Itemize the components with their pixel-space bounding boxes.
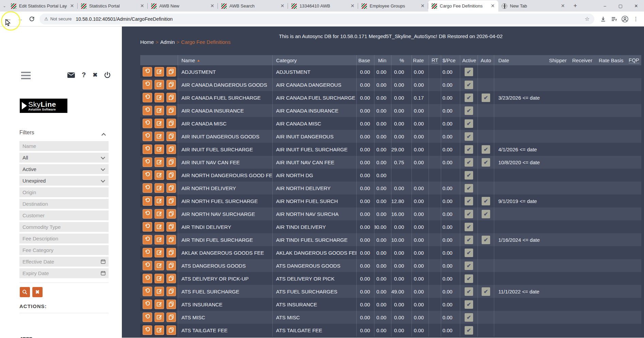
row-copy-button[interactable]: [166, 67, 176, 77]
auto-checkbox[interactable]: ✔: [482, 94, 490, 102]
active-checkbox[interactable]: ✔: [465, 171, 473, 180]
row-copy-button[interactable]: [166, 261, 176, 270]
row-copy-button[interactable]: [166, 157, 176, 167]
row-edit-button[interactable]: [155, 312, 164, 322]
bookmark-star-icon[interactable]: ☆: [585, 16, 590, 22]
active-checkbox[interactable]: ✔: [465, 249, 473, 257]
row-history-button[interactable]: [143, 132, 152, 141]
row-edit-button[interactable]: [155, 325, 164, 335]
tab-close-icon[interactable]: ✕: [490, 3, 496, 9]
row-copy-button[interactable]: [166, 106, 176, 115]
reload-button[interactable]: [26, 13, 37, 25]
browser-menu-button[interactable]: ⋮: [630, 14, 641, 24]
reading-list-button[interactable]: [609, 14, 619, 24]
filter-expiry-date[interactable]: Expiry Date: [19, 268, 109, 278]
column-header-auto[interactable]: Auto: [478, 55, 494, 65]
row-copy-button[interactable]: [166, 325, 176, 335]
browser-tab-new-tab[interactable]: New Tab✕: [498, 0, 568, 12]
row-edit-button[interactable]: [155, 145, 164, 154]
browser-tab-13346410-awb[interactable]: 13346410 AWB✕: [288, 0, 358, 12]
row-edit-button[interactable]: [155, 209, 164, 219]
active-checkbox[interactable]: ✔: [465, 210, 473, 218]
tab-close-icon[interactable]: ✕: [139, 3, 145, 9]
browser-tab-employee-groups[interactable]: Employee Groups✕: [358, 0, 428, 12]
row-edit-button[interactable]: [155, 248, 164, 257]
downloads-button[interactable]: [598, 14, 609, 24]
active-checkbox[interactable]: ✔: [465, 236, 473, 244]
column-header-date[interactable]: Date: [494, 55, 544, 65]
row-history-button[interactable]: [143, 222, 152, 232]
row-history-button[interactable]: [143, 235, 152, 244]
column-header-active[interactable]: Active: [460, 55, 478, 65]
filter-active[interactable]: Active: [19, 164, 109, 174]
row-copy-button[interactable]: [166, 248, 176, 257]
profile-avatar[interactable]: [619, 14, 630, 24]
row-history-button[interactable]: [143, 67, 152, 77]
browser-tab-awb-new[interactable]: AWB New✕: [148, 0, 218, 12]
hamburger-menu-icon[interactable]: [21, 72, 31, 81]
row-copy-button[interactable]: [166, 119, 176, 128]
row-history-button[interactable]: [143, 93, 152, 102]
column-header-base[interactable]: Base: [356, 55, 374, 65]
row-edit-button[interactable]: [155, 119, 164, 128]
row-edit-button[interactable]: [155, 183, 164, 193]
row-edit-button[interactable]: [155, 222, 164, 232]
row-history-button[interactable]: [143, 119, 152, 128]
row-edit-button[interactable]: [155, 196, 164, 206]
row-history-button[interactable]: [143, 183, 152, 193]
tab-close-icon[interactable]: ✕: [279, 3, 285, 9]
auto-checkbox[interactable]: ✔: [482, 145, 490, 154]
window-minimize-button[interactable]: –: [597, 0, 613, 12]
clear-filters-button[interactable]: ✖: [32, 287, 43, 297]
auto-checkbox[interactable]: ✔: [482, 158, 490, 167]
column-header-rt[interactable]: RT: [429, 55, 441, 65]
row-history-button[interactable]: [143, 106, 152, 115]
row-history-button[interactable]: [143, 274, 152, 283]
column-header-min[interactable]: Min: [374, 55, 391, 65]
row-history-button[interactable]: [143, 145, 152, 154]
skyline-logo[interactable]: SkyLine Aviation Software: [20, 99, 67, 113]
active-checkbox[interactable]: ✔: [465, 313, 473, 322]
auto-checkbox[interactable]: ✔: [482, 236, 490, 244]
filter-effective-date[interactable]: Effective Date: [19, 257, 109, 267]
active-checkbox[interactable]: ✔: [465, 94, 473, 102]
tab-search-chevron-icon[interactable]: ⌄: [1, 1, 7, 11]
browser-tab-cargo-fee-definitions[interactable]: Cargo Fee Definitions✕: [428, 0, 498, 12]
filter-all[interactable]: All: [19, 153, 109, 163]
row-copy-button[interactable]: [166, 209, 176, 219]
column-header-name[interactable]: Name▲: [178, 55, 272, 65]
address-bar[interactable]: ⚠ Not secure 10.58.0.102:40501/Admin/Car…: [39, 14, 594, 24]
row-history-button[interactable]: [143, 325, 152, 335]
active-checkbox[interactable]: ✔: [465, 81, 473, 89]
row-copy-button[interactable]: [166, 235, 176, 244]
row-edit-button[interactable]: [155, 93, 164, 102]
row-edit-button[interactable]: [155, 274, 164, 283]
column-header-shipper[interactable]: Shipper: [544, 55, 569, 65]
row-copy-button[interactable]: [166, 170, 176, 180]
row-copy-button[interactable]: [166, 222, 176, 232]
row-copy-button[interactable]: [166, 132, 176, 141]
filter-fee-description[interactable]: Fee Description: [19, 234, 109, 243]
breadcrumb-link-admin[interactable]: Admin: [160, 39, 175, 45]
row-history-button[interactable]: [143, 287, 152, 296]
row-copy-button[interactable]: [166, 183, 176, 193]
auto-checkbox[interactable]: ✔: [482, 197, 490, 205]
tab-close-icon[interactable]: ✕: [350, 3, 355, 9]
browser-tab-statistics-portal[interactable]: Statistics Portal✕: [78, 0, 148, 12]
active-checkbox[interactable]: ✔: [465, 197, 473, 205]
active-checkbox[interactable]: ✔: [465, 274, 473, 283]
row-edit-button[interactable]: [155, 261, 164, 270]
row-edit-button[interactable]: [155, 106, 164, 115]
close-icon[interactable]: ✖: [93, 71, 97, 79]
filter-unexpired[interactable]: Unexpired: [19, 176, 109, 186]
column-header-category[interactable]: Category: [272, 55, 356, 65]
active-checkbox[interactable]: ✔: [465, 287, 473, 296]
row-history-button[interactable]: [143, 80, 152, 89]
row-copy-button[interactable]: [166, 93, 176, 102]
column-header-ratebasis[interactable]: Rate Basis: [597, 55, 626, 65]
column-header-pct[interactable]: %: [391, 55, 412, 65]
row-copy-button[interactable]: [166, 287, 176, 296]
auto-checkbox[interactable]: ✔: [482, 210, 490, 218]
filter-destination[interactable]: Destination: [19, 199, 109, 209]
row-edit-button[interactable]: [155, 67, 164, 77]
